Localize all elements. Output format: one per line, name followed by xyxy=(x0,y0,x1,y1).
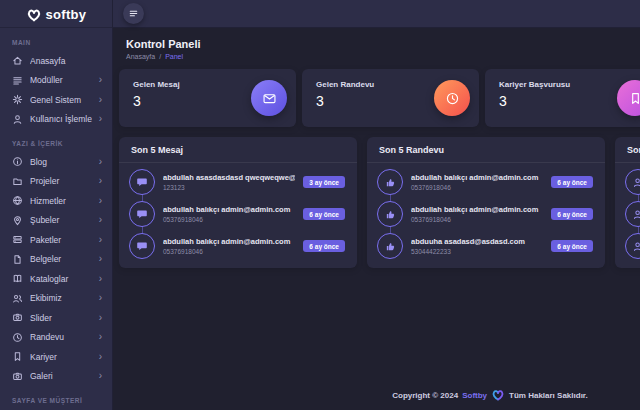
list-item-detail: 05376918046 xyxy=(163,216,295,223)
list-item-name: abdullah balıkçı admin@admin.com xyxy=(163,205,295,214)
sidebar-item-paketler[interactable]: Paketler › xyxy=(0,230,112,250)
list-item-name: abdullah balıkçı admin@admin.com xyxy=(411,205,543,214)
time-badge: 6 ay önce xyxy=(303,240,345,252)
user-icon xyxy=(12,114,23,125)
chevron-right-icon: › xyxy=(99,332,102,342)
content-spacer xyxy=(119,268,640,382)
sidebar-item-genel-sistem[interactable]: Genel Sistem › xyxy=(0,90,112,110)
sidebar-item-kullanici-islemleri[interactable]: Kullanıcı İşlemleri › xyxy=(0,110,112,130)
softby-logo-icon xyxy=(26,8,42,22)
chevron-right-icon: › xyxy=(99,114,102,124)
panel-son-5-mesaj: Son 5 Mesaj abdullah asasdasdasd qweqweq… xyxy=(119,137,357,268)
sidebar-item-belgeler[interactable]: Belgeler › xyxy=(0,250,112,270)
gear-icon xyxy=(12,94,23,105)
panels-row: Son 5 Mesaj abdullah asasdasdasd qweqweq… xyxy=(119,137,640,268)
list-item[interactable]: abdullah balıkçı admin@admin.com 0537691… xyxy=(119,198,357,230)
topbar xyxy=(113,0,640,28)
chevron-right-icon: › xyxy=(99,196,102,206)
page-head: Kontrol Paneli Anasayfa / Panel xyxy=(126,38,640,60)
bookmark-icon xyxy=(12,351,23,362)
sidebar-item-blog[interactable]: Blog › xyxy=(0,152,112,172)
list-item[interactable]: abduuha asadasd@asdasd.com 53044422233 6… xyxy=(367,230,605,262)
sidebar-item-label: Şubeler xyxy=(30,215,92,225)
chevron-right-icon: › xyxy=(99,254,102,264)
chat-bubble-icon xyxy=(129,233,155,259)
stat-card-gelen-mesaj: Gelen Mesaj 3 xyxy=(119,69,296,127)
sidebar-logo[interactable]: softby xyxy=(0,0,112,28)
breadcrumb-current: Panel xyxy=(165,53,183,60)
stat-card-kariyer-basvurusu: Kariyer Başvurusu 3 xyxy=(485,69,640,127)
map-pin-icon xyxy=(12,215,23,226)
panel-son-5-kariyer: Son 5 Kariyer xyxy=(615,137,640,268)
chevron-right-icon: › xyxy=(99,293,102,303)
list-item-detail: 05376918046 xyxy=(411,216,543,223)
thumbs-up-icon xyxy=(377,169,403,195)
list-item[interactable] xyxy=(615,230,640,262)
sidebar-item-label: Hizmetler xyxy=(30,196,92,206)
sidebar-item-kataloglar[interactable]: Kataloglar › xyxy=(0,269,112,289)
breadcrumb: Anasayfa / Panel xyxy=(126,53,640,60)
list-item[interactable] xyxy=(615,198,640,230)
thumbs-up-icon xyxy=(377,233,403,259)
chevron-right-icon: › xyxy=(99,95,102,105)
chevron-right-icon: › xyxy=(99,371,102,381)
list-item[interactable]: abdullah balıkçı admin@admin.com 0537691… xyxy=(119,230,357,262)
list-item-name: abdullah balıkçı admin@admin.com xyxy=(163,237,295,246)
user-plus-icon xyxy=(625,169,640,195)
time-badge: 6 ay önce xyxy=(303,208,345,220)
list-item[interactable]: abdullah balıkçı admin@admin.com 0537691… xyxy=(367,198,605,230)
sidebar-section-yazi-icerik: YAZI & İÇERİK xyxy=(0,140,112,147)
modules-icon xyxy=(12,75,23,86)
thumbs-up-icon xyxy=(377,201,403,227)
page-title: Kontrol Paneli xyxy=(126,38,640,50)
sidebar-item-slider[interactable]: Slider › xyxy=(0,308,112,328)
softby-logo-icon xyxy=(491,389,505,401)
sidebar-item-label: Blog xyxy=(30,157,92,167)
breadcrumb-separator: / xyxy=(159,53,161,60)
camera-icon xyxy=(12,312,23,323)
clock-icon xyxy=(12,332,23,343)
sidebar-item-ekibimiz[interactable]: Ekibimiz › xyxy=(0,289,112,309)
sidebar-item-label: Anasayfa xyxy=(30,56,102,66)
camera-icon xyxy=(12,371,23,382)
list-item[interactable]: abdullah balıkçı admin@admin.com 0537691… xyxy=(367,166,605,198)
sidebar-item-projeler[interactable]: Projeler › xyxy=(0,172,112,192)
folder-icon xyxy=(12,176,23,187)
menu-toggle-button[interactable] xyxy=(123,3,144,24)
sidebar-item-hizmetler[interactable]: Hizmetler › xyxy=(0,191,112,211)
copyright-text: Copyright © 2024 xyxy=(392,391,458,400)
chevron-right-icon: › xyxy=(99,274,102,284)
rights-text: Tüm Hakları Saklıdır. xyxy=(509,391,588,400)
chat-bubble-icon xyxy=(129,201,155,227)
sidebar-item-subeler[interactable]: Şubeler › xyxy=(0,211,112,231)
stats-row: Gelen Mesaj 3 Gelen Randevu 3 Kariyer Ba… xyxy=(119,69,640,127)
brand-name: softby xyxy=(46,7,87,22)
list-item-detail: 123123 xyxy=(163,184,295,191)
list-item[interactable] xyxy=(615,166,640,198)
sidebar-item-label: Paketler xyxy=(30,235,92,245)
panel-title: Son 5 Mesaj xyxy=(119,137,357,163)
hamburger-icon xyxy=(128,8,139,19)
sidebar-item-galeri[interactable]: Galeri › xyxy=(0,367,112,387)
sidebar-section-sayfa-musteri: SAYFA VE MÜŞTERİ xyxy=(0,397,112,404)
time-badge: 3 ay önce xyxy=(303,176,345,188)
sidebar-item-randevu[interactable]: Randevu › xyxy=(0,328,112,348)
chevron-right-icon: › xyxy=(99,215,102,225)
user-plus-icon xyxy=(625,233,640,259)
time-badge: 6 ay önce xyxy=(551,240,593,252)
document-icon xyxy=(12,254,23,265)
sidebar-item-moduller[interactable]: Modüller › xyxy=(0,71,112,91)
sidebar-item-anasayfa[interactable]: Anasayfa xyxy=(0,51,112,71)
sidebar-item-kariyer[interactable]: Kariyer › xyxy=(0,347,112,367)
list-item[interactable]: abdullah asasdasdasd qweqweqwe@qwe.com 1… xyxy=(119,166,357,198)
list-item-detail: 53044422233 xyxy=(411,248,543,255)
breadcrumb-home-link[interactable]: Anasayfa xyxy=(126,53,155,60)
sidebar-item-label: Kataloglar xyxy=(30,274,92,284)
panel-title: Son 5 Randevu xyxy=(367,137,605,163)
list-item-detail: 05376918046 xyxy=(411,184,543,191)
chat-bubble-icon xyxy=(129,169,155,195)
sidebar-item-label: Kullanıcı İşlemleri xyxy=(30,114,92,124)
content-body: Kontrol Paneli Anasayfa / Panel Gelen Me… xyxy=(113,28,640,410)
footer-brand-link[interactable]: Softby xyxy=(462,391,487,400)
stat-card-gelen-randevu: Gelen Randevu 3 xyxy=(302,69,479,127)
